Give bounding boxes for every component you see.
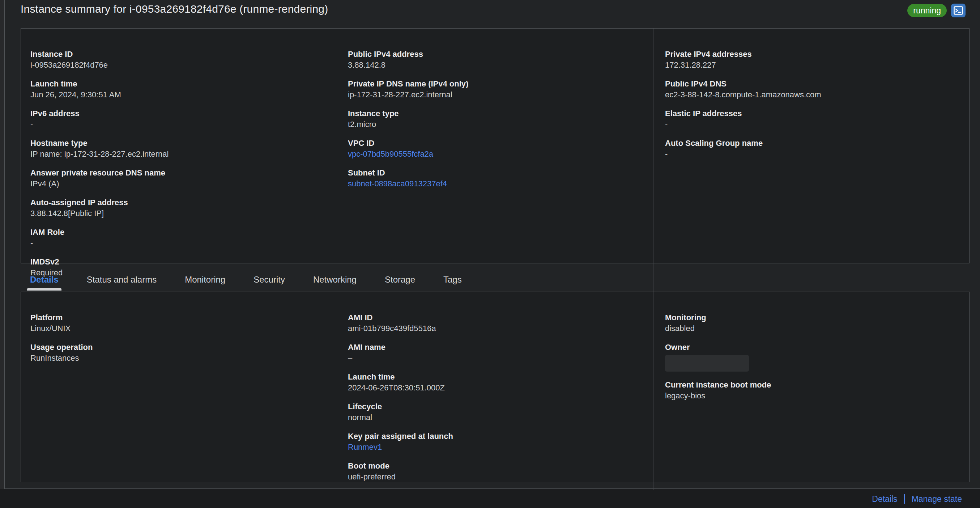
field-label: Launch time bbox=[30, 78, 329, 89]
field-value: disabled bbox=[665, 323, 962, 334]
field-label: Owner bbox=[665, 342, 962, 353]
tab-details[interactable]: Details bbox=[30, 269, 59, 290]
field-auto-assigned-ip-address: Auto-assigned IP address3.88.142.8[Publi… bbox=[30, 197, 329, 219]
field-value: IP name: ip-172-31-28-227.ec2.internal bbox=[30, 149, 329, 159]
field-launch-time: Launch time2024-06-26T08:30:51.000Z bbox=[348, 372, 646, 393]
left-edge-strip bbox=[0, 0, 4, 489]
field-elastic-ip-addresses: Elastic IP addresses- bbox=[665, 108, 962, 130]
field-label: Monitoring bbox=[665, 312, 962, 323]
instance-summary-container: Instance summary for i-0953a269182f4d76e… bbox=[4, 0, 980, 489]
field-label: Subnet ID bbox=[348, 167, 646, 178]
field-label: Usage operation bbox=[30, 342, 329, 353]
tab-networking[interactable]: Networking bbox=[313, 269, 356, 290]
field-value: 2024-06-26T08:30:51.000Z bbox=[348, 382, 646, 393]
field-instance-id: Instance IDi-0953a269182f4d76e bbox=[30, 49, 329, 70]
instance-summary-panel: Instance IDi-0953a269182f4d76eLaunch tim… bbox=[21, 28, 969, 263]
field-label: IMDSv2 bbox=[30, 256, 329, 268]
field-label: VPC ID bbox=[348, 138, 646, 149]
field-ipv6-address: IPv6 address- bbox=[30, 108, 329, 130]
field-lifecycle: Lifecyclenormal bbox=[348, 401, 646, 423]
subnet-id-link[interactable]: subnet-0898aca0913237ef4 bbox=[348, 179, 447, 188]
field-label: Lifecycle bbox=[348, 401, 646, 412]
field-value: Jun 26, 2024, 9:30:51 AM bbox=[30, 89, 329, 100]
field-ami-id: AMI IDami-01b799c439fd5516a bbox=[348, 312, 646, 334]
field-label: Auto Scaling Group name bbox=[665, 138, 962, 149]
footer-link-manage-state[interactable]: Manage state bbox=[912, 494, 962, 504]
field-value: normal bbox=[348, 412, 646, 423]
field-label: AMI ID bbox=[348, 312, 646, 323]
field-label: Answer private resource DNS name bbox=[30, 167, 329, 178]
footer-link-divider bbox=[904, 494, 905, 504]
field-public-ipv4-dns: Public IPv4 DNSec2-3-88-142-8.compute-1.… bbox=[665, 78, 962, 100]
field-private-ipv4-addresses: Private IPv4 addresses172.31.28.227 bbox=[665, 49, 962, 70]
field-label: Launch time bbox=[348, 372, 646, 382]
tab-security[interactable]: Security bbox=[253, 269, 285, 290]
tab-status-and-alarms[interactable]: Status and alarms bbox=[87, 269, 157, 290]
field-auto-scaling-group-name: Auto Scaling Group name- bbox=[665, 138, 962, 159]
field-label: Instance type bbox=[348, 108, 646, 119]
field-boot-mode: Boot modeuefi-preferred bbox=[348, 460, 646, 482]
footer-link-details[interactable]: Details bbox=[872, 494, 897, 504]
field-instance-type: Instance typet2.micro bbox=[348, 108, 646, 130]
details-column-3: MonitoringdisabledOwnerCurrent instance … bbox=[653, 292, 969, 497]
field-value: RunInstances bbox=[30, 353, 329, 364]
field-private-ip-dns-name-ipv4-only: Private IP DNS name (IPv4 only)ip-172-31… bbox=[348, 78, 646, 100]
field-label: Current instance boot mode bbox=[665, 379, 962, 390]
summary-column-2: Public IPv4 address3.88.142.8Private IP … bbox=[336, 29, 653, 293]
status-badge: running bbox=[907, 4, 947, 17]
connect-terminal-button[interactable] bbox=[951, 4, 966, 18]
tab-monitoring[interactable]: Monitoring bbox=[185, 269, 225, 290]
field-label: Private IPv4 addresses bbox=[665, 49, 962, 60]
tab-bar: DetailsStatus and alarmsMonitoringSecuri… bbox=[21, 268, 969, 291]
field-public-ipv4-address: Public IPv4 address3.88.142.8 bbox=[348, 49, 646, 70]
field-label: Platform bbox=[30, 312, 329, 323]
field-ami-name: AMI name– bbox=[348, 342, 646, 364]
field-value: i-0953a269182f4d76e bbox=[30, 60, 329, 70]
field-value: – bbox=[348, 353, 646, 364]
field-owner: Owner bbox=[665, 342, 962, 372]
header-actions: running bbox=[907, 3, 966, 18]
field-label: Public IPv4 address bbox=[348, 49, 646, 60]
field-label: Hostname type bbox=[30, 138, 329, 149]
field-label: AMI name bbox=[348, 342, 646, 353]
field-value: ami-01b799c439fd5516a bbox=[348, 323, 646, 334]
field-current-instance-boot-mode: Current instance boot modelegacy-bios bbox=[665, 379, 962, 401]
field-value: 3.88.142.8 bbox=[348, 60, 646, 70]
field-iam-role: IAM Role- bbox=[30, 227, 329, 248]
field-label: Public IPv4 DNS bbox=[665, 78, 962, 89]
key-pair-assigned-at-launch-link[interactable]: Runmev1 bbox=[348, 443, 382, 452]
tab-tags[interactable]: Tags bbox=[443, 269, 462, 290]
field-label: Elastic IP addresses bbox=[665, 108, 962, 119]
vpc-id-link[interactable]: vpc-07bd5b90555fcfa2a bbox=[348, 150, 433, 158]
summary-column-1: Instance IDi-0953a269182f4d76eLaunch tim… bbox=[21, 29, 336, 293]
field-value: - bbox=[665, 149, 962, 159]
field-label: IPv6 address bbox=[30, 108, 329, 119]
field-label: Auto-assigned IP address bbox=[30, 197, 329, 208]
field-usage-operation: Usage operationRunInstances bbox=[30, 342, 329, 364]
tab-storage[interactable]: Storage bbox=[385, 269, 415, 290]
field-value: IPv4 (A) bbox=[30, 178, 329, 189]
field-value: uefi-preferred bbox=[348, 471, 646, 482]
ec2-instance-summary-page: Instance summary for i-0953a269182f4d76e… bbox=[0, 0, 980, 508]
details-column-1: PlatformLinux/UNIXUsage operationRunInst… bbox=[21, 292, 336, 497]
field-monitoring: Monitoringdisabled bbox=[665, 312, 962, 334]
field-label: Boot mode bbox=[348, 460, 646, 471]
field-answer-private-resource-dns-name: Answer private resource DNS nameIPv4 (A) bbox=[30, 167, 329, 189]
field-label: Instance ID bbox=[30, 49, 329, 60]
field-subnet-id: Subnet IDsubnet-0898aca0913237ef4 bbox=[348, 167, 646, 189]
field-vpc-id: VPC IDvpc-07bd5b90555fcfa2a bbox=[348, 138, 646, 159]
field-value: Linux/UNIX bbox=[30, 323, 329, 334]
footer-bar: DetailsManage state bbox=[0, 490, 980, 508]
field-label: IAM Role bbox=[30, 227, 329, 238]
field-value: legacy-bios bbox=[665, 390, 962, 401]
field-value: - bbox=[30, 238, 329, 248]
field-value: 172.31.28.227 bbox=[665, 60, 962, 70]
field-value: t2.micro bbox=[348, 119, 646, 130]
field-launch-time: Launch timeJun 26, 2024, 9:30:51 AM bbox=[30, 78, 329, 100]
header: Instance summary for i-0953a269182f4d76e… bbox=[21, 0, 966, 28]
details-tab-panel: PlatformLinux/UNIXUsage operationRunInst… bbox=[21, 291, 969, 482]
field-value: ec2-3-88-142-8.compute-1.amazonaws.com bbox=[665, 89, 962, 100]
details-column-2: AMI IDami-01b799c439fd5516aAMI name–Laun… bbox=[336, 292, 653, 497]
terminal-icon bbox=[954, 6, 963, 15]
field-key-pair-assigned-at-launch: Key pair assigned at launchRunmev1 bbox=[348, 431, 646, 453]
